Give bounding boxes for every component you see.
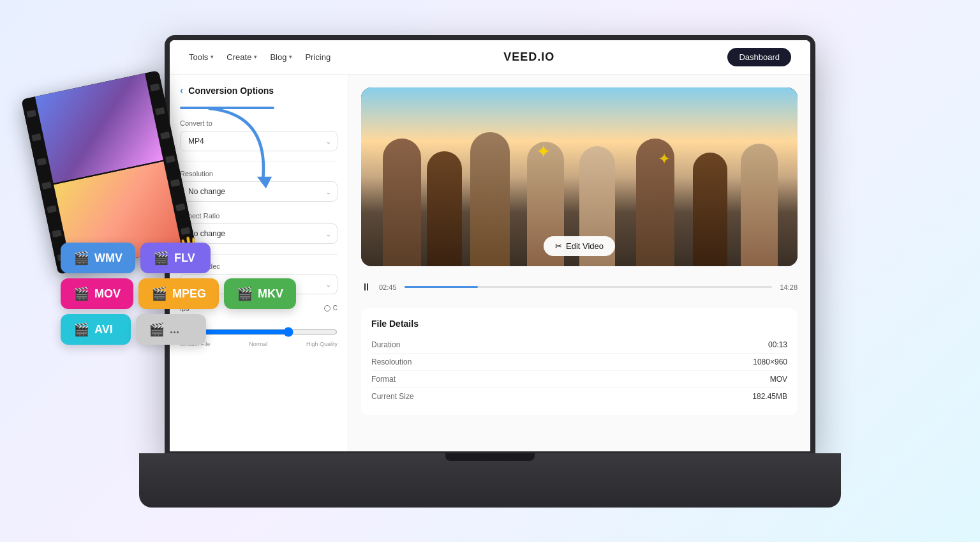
person-3: [470, 132, 510, 266]
aspect-ratio-select[interactable]: No change: [180, 223, 338, 244]
duration-value: 00:13: [768, 340, 787, 349]
progress-fill: [405, 286, 478, 288]
resolution-detail-value: 1080×960: [753, 358, 787, 366]
laptop-base: [139, 453, 841, 508]
edit-video-button[interactable]: ✂ Edit Video: [544, 236, 615, 256]
detail-row-duration: Duration 00:13: [371, 336, 787, 354]
blog-chevron-icon: ▾: [289, 54, 292, 60]
panel-header: ‹ Conversion Options: [180, 85, 338, 96]
badge-mkv[interactable]: 🎬 MKV: [224, 278, 296, 309]
badge-flv[interactable]: 🎬 FLV: [140, 243, 211, 273]
sparkle-1: ✦: [536, 141, 551, 162]
detail-row-resolution: Resoloution 1080×960: [371, 354, 787, 371]
badge-more[interactable]: 🎬 ...: [136, 314, 206, 345]
total-time: 14:28: [780, 283, 798, 291]
video-preview: ✦ ✦ ✂ Edit Video: [361, 87, 798, 266]
format-label: Format: [371, 375, 396, 384]
person-7: [693, 153, 727, 266]
file-details: File Details Duration 00:13 Resoloution …: [361, 308, 798, 415]
edit-icon: ✂: [555, 241, 562, 251]
avi-film-icon: 🎬: [73, 322, 89, 337]
wmv-film-icon: 🎬: [73, 250, 89, 266]
badge-row-2: 🎬 MOV 🎬 MPEG 🎬 MKV: [61, 278, 296, 309]
badge-row-1: 🎬 WMV 🎬 FLV: [61, 243, 296, 273]
nav-pricing[interactable]: Pricing: [305, 52, 330, 62]
badge-wmv[interactable]: 🎬 WMV: [61, 243, 135, 273]
file-details-title: File Details: [371, 319, 787, 329]
mpeg-film-icon: 🎬: [151, 286, 167, 301]
aspect-ratio-select-wrapper: No change: [180, 223, 338, 244]
badge-mpeg[interactable]: 🎬 MPEG: [138, 278, 219, 309]
size-value: 182.45MB: [752, 392, 787, 401]
person-8: [741, 144, 778, 266]
video-controls: ⏸ 02:45 14:28: [361, 276, 798, 298]
curved-arrow: [198, 102, 281, 198]
format-value: MOV: [770, 375, 787, 384]
back-arrow-icon[interactable]: ‹: [180, 85, 183, 96]
mkv-film-icon: 🎬: [237, 286, 253, 301]
detail-row-size: Current Size 182.45MB: [371, 388, 787, 405]
more-film-icon: 🎬: [149, 322, 165, 337]
current-time: 02:45: [379, 283, 397, 291]
person-2: [427, 151, 462, 266]
nav-create[interactable]: Create ▾: [226, 52, 257, 62]
resolution-detail-label: Resoloution: [371, 358, 412, 366]
badge-row-3: 🎬 AVI 🎬 ...: [61, 314, 296, 345]
scene: Tools ▾ Create ▾ Blog ▾ Pricing: [0, 0, 980, 542]
right-panel: ✦ ✦ ✂ Edit Video ⏸ 02:45: [348, 75, 810, 451]
person-1: [383, 139, 421, 266]
fps-radio-option[interactable]: [324, 305, 330, 312]
logo[interactable]: VEED.IO: [503, 50, 554, 64]
flv-film-icon: 🎬: [153, 250, 169, 266]
aspect-ratio-label: Aspect Ratio: [180, 212, 338, 220]
mov-film-icon: 🎬: [73, 286, 89, 301]
size-label: Current Size: [371, 392, 414, 401]
dashboard-button[interactable]: Dashboard: [727, 48, 791, 66]
sparkle-2: ✦: [658, 150, 671, 168]
nav-left: Tools ▾ Create ▾ Blog ▾ Pricing: [189, 52, 330, 62]
panel-title: Conversion Options: [188, 86, 274, 96]
duration-label: Duration: [371, 340, 400, 349]
progress-track[interactable]: [405, 286, 773, 288]
nav-tools[interactable]: Tools ▾: [189, 52, 214, 62]
tools-chevron-icon: ▾: [211, 54, 214, 60]
create-chevron-icon: ▾: [254, 54, 257, 60]
format-badges-container: 🎬 WMV 🎬 FLV 🎬 MOV 🎬 MPEG 🎬 MKV: [61, 243, 296, 345]
nav-blog[interactable]: Blog ▾: [270, 52, 292, 62]
aspect-ratio-group: Aspect Ratio No change: [180, 212, 338, 244]
fps-radio-group: C: [324, 305, 338, 312]
navbar: Tools ▾ Create ▾ Blog ▾ Pricing: [170, 40, 810, 75]
pause-button[interactable]: ⏸: [361, 282, 371, 293]
detail-row-format: Format MOV: [371, 371, 787, 388]
svg-marker-0: [257, 177, 272, 189]
badge-mov[interactable]: 🎬 MOV: [61, 278, 133, 309]
badge-avi[interactable]: 🎬 AVI: [61, 314, 131, 345]
